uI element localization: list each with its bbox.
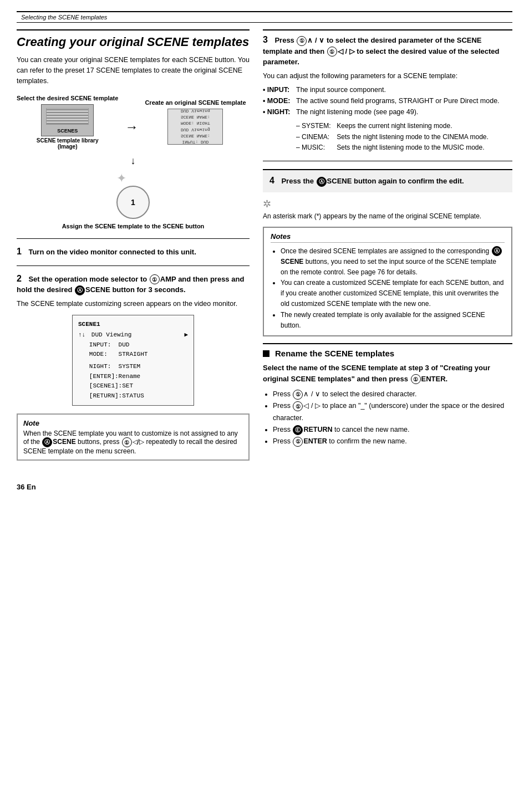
book-line1: INPUT: DUDSCENE NAME:DUD ViewingMODE: NI… [181,109,210,145]
note-body: When the SCENE template you want to cust… [23,430,243,455]
top-bar-label: Selecting the SCENE templates [21,14,107,21]
select-label: Select the desired SCENE template [17,94,118,102]
step-3: 3 Press ①∧ / ∨ to select the desired par… [263,29,512,153]
param-mode: • MODE: The active sound field programs,… [263,95,512,106]
arrow-right: → [125,119,138,135]
param-mode-key: • MODE: [263,95,296,106]
step-3-body: You can adjust the following parameters … [263,71,512,81]
circle-d-icon: ① [150,274,160,284]
note-item-3: The newly created template is only avail… [281,310,505,331]
section-title: Creating your original SCENE templates [17,29,250,49]
circle-d7: ① [293,437,303,447]
diagram-select: Select the desired SCENE template SCENES… [17,94,118,150]
divider-3 [263,161,512,161]
assign-wrap: ✦ 1 Assign the SCENE template to the SCE… [62,169,205,231]
diagram-create: Create an original SCENE template INPUT:… [145,99,246,145]
sparkle-icon: ✦ [116,171,150,186]
param-mode-val: The active sound field programs, STRAIGH… [296,95,512,106]
circle-d5: ① [293,390,303,400]
a-icon2: Ⓐ [492,246,502,256]
top-bar: Selecting the SCENE templates [17,11,512,23]
rename-title: Rename the SCENE templates [263,343,512,358]
step-2-title: Set the operation mode selector to ①AMP … [17,275,244,294]
param-input: • INPUT: The input source component. [263,84,512,95]
notes-box: Notes Once the desired SCENE templates a… [263,227,512,337]
rename-title-text: Rename the SCENE templates [275,349,394,358]
rename-bullets: Press ①∧ / ∨ to select the desired chara… [263,389,512,447]
screen-line2: INPUT: DUD [78,340,188,350]
rename-bullet-1: Press ①∧ / ∨ to select the desired chara… [273,389,512,400]
circle-a-icon: Ⓐ [75,285,85,295]
notes-title: Notes [271,232,505,243]
device-lines [46,108,89,125]
tip-body: An asterisk mark (*) appears by the name… [263,212,512,220]
rename-bullet-4: Press ①ENTER to confirm the new name. [273,436,512,447]
screen-box: SCENE1 ↑↓ DUD Viewing▶ INPUT: DUD MODE: … [72,315,194,406]
d-icon1: ① [122,437,132,447]
night-cinema: – CINEMA: Sets the night listening mode … [296,132,512,142]
notes-list: Once the desired SCENE templates are ass… [271,246,505,331]
intro-text: You can create your original SCENE templ… [17,55,250,86]
step-4-num: 4 [269,176,279,185]
screen-title: SCENE1 [78,320,188,330]
main-content: Creating your original SCENE templates Y… [17,29,512,466]
scenes-bottom-label: SCENE template library(Image) [37,137,99,150]
book-image: INPUT: DUDSCENE NAME:DUD ViewingMODE: NI… [167,109,223,145]
step-1-title: Turn on the video monitor connected to t… [28,248,196,256]
circle-d2: ① [297,36,307,46]
rename-bullet-3: Press ⒺRETURN to cancel the new name. [273,424,512,436]
step-4-title: Press the ⒶSCENE button again to confirm… [281,177,464,185]
rename-desc: Select the name of the SCENE template at… [263,362,512,384]
scene-button-wrap: ✦ 1 [116,169,150,219]
circle-d3: ① [327,47,337,57]
arrow-down: ↓ [131,155,136,167]
step-2-num: 2 [17,274,27,283]
square-icon [263,350,269,357]
param-night-key: • NIGHT: [263,106,296,118]
note-box-step2: Note When the SCENE template you want to… [17,413,250,461]
right-column: 3 Press ①∧ / ∨ to select the desired par… [263,29,512,466]
e-icon: Ⓔ [293,425,303,435]
screen-line1: ↑↓ DUD Viewing▶ [78,330,188,340]
scenes-device: SCENES [41,104,94,136]
a-icon: Ⓐ [42,437,52,447]
a-scene-icon: Ⓐ [317,177,327,187]
screen-line4: NIGHT: SYSTEM [78,362,188,372]
divider-2 [17,265,250,266]
night-sub: – SYSTEM: Keeps the current night listen… [296,121,512,153]
diagram-area: Select the desired SCENE template SCENES… [17,94,250,231]
screen-line6: [SCENE1]:SET [78,381,188,391]
button-number: 1 [131,198,135,207]
step-1-num: 1 [17,247,27,256]
circle-d4: ① [411,374,421,384]
page: Selecting the SCENE templates Creating y… [0,0,529,812]
screen-line5: [ENTER]:Rename [78,372,188,382]
param-list: • INPUT: The input source component. • M… [263,84,512,118]
night-music: – MUSIC: Sets the night listening mode t… [296,142,512,153]
param-night: • NIGHT: The night listening mode (see p… [263,106,512,118]
step-3-num: 3 [263,35,273,44]
create-label: Create an original SCENE template [145,99,246,106]
note-title: Note [23,419,243,427]
screen-line3: MODE: STRAIGHT [78,350,188,360]
tip-icon: ✲ [263,198,512,210]
step-1: 1 Turn on the video monitor connected to… [17,247,250,258]
diagram-row: Select the desired SCENE template SCENES… [17,94,250,150]
param-input-val: The input source component. [296,84,512,95]
scene-button-diagram: 1 [116,186,150,219]
note-item-2: You can create a customized SCENE templa… [281,278,505,310]
param-night-val: The night listening mode (see page 49). [296,106,512,118]
step-2: 2 Set the operation mode selector to ①AM… [17,274,250,406]
divider-1 [17,238,250,239]
assign-label: Assign the SCENE template to the SCENE b… [62,222,205,231]
night-system: – SYSTEM: Keeps the current night listen… [296,121,512,131]
diagram-bottom: ↓ ✦ 1 Assign the SCENE template to the S… [17,153,250,231]
step-2-body: The SCENE template customizing screen ap… [17,299,250,309]
tip-wrap: ✲ An asterisk mark (*) appears by the na… [263,198,512,220]
rename-section: Rename the SCENE templates Select the na… [263,343,512,447]
step-3-title: Press ①∧ / ∨ to select the desired param… [263,36,500,66]
scenes-device-wrap: SCENES SCENE template library(Image) [37,104,99,150]
device-scenes-label: SCENES [42,128,93,134]
page-number: 36 En [17,483,512,491]
circle-d6: ① [293,401,303,411]
